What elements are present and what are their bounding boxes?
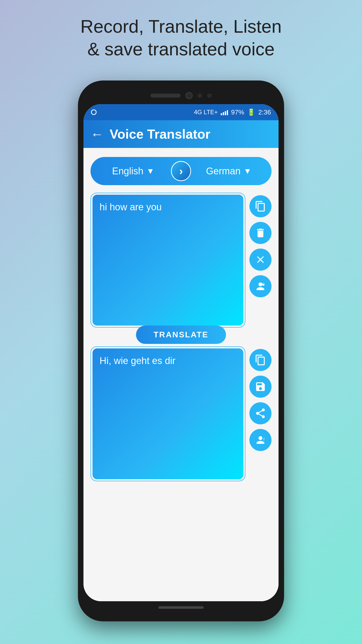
- trash-icon: [255, 227, 266, 239]
- output-text-area: Hi, wie geht es dir: [93, 348, 243, 479]
- copy-icon: [255, 200, 266, 212]
- status-bar: 4G LTE+ 97% 🔋 2:36: [83, 104, 279, 120]
- target-language-dropdown[interactable]: German ▼: [191, 166, 266, 177]
- input-text: hi how are you: [100, 202, 162, 213]
- signal-bars: [221, 109, 228, 115]
- output-save-button[interactable]: [249, 376, 272, 398]
- phone-screen: 4G LTE+ 97% 🔋 2:36 ← Voice Translator: [83, 104, 279, 601]
- source-language-label: English: [112, 166, 144, 177]
- battery-label: 97%: [231, 108, 244, 116]
- input-clear-button[interactable]: [249, 249, 272, 271]
- speaker-person-icon: [255, 434, 266, 446]
- back-button[interactable]: ←: [90, 128, 104, 141]
- output-text: Hi, wie geht es dir: [100, 355, 175, 366]
- output-panel-wrapper: Hi, wie geht es dir: [90, 346, 272, 481]
- translate-row: TRANSLATE: [90, 326, 272, 344]
- input-panel-box: hi how are you: [90, 193, 245, 328]
- output-share-button[interactable]: [249, 402, 272, 424]
- input-panel-wrapper: hi how are you: [90, 193, 272, 328]
- phone-device: 4G LTE+ 97% 🔋 2:36 ← Voice Translator: [78, 80, 284, 621]
- save-icon: [255, 381, 266, 392]
- swap-icon: ›: [179, 165, 183, 177]
- time-label: 2:36: [258, 108, 271, 116]
- input-copy-button[interactable]: [249, 195, 272, 217]
- output-speak-button[interactable]: [249, 429, 272, 451]
- phone-bottom: [83, 601, 279, 614]
- output-copy-button[interactable]: [249, 349, 272, 371]
- copy-icon-output: [255, 354, 266, 366]
- status-circle: [91, 109, 97, 115]
- translate-button[interactable]: TRANSLATE: [136, 326, 226, 344]
- status-right: 4G LTE+ 97% 🔋 2:36: [194, 108, 271, 116]
- target-language-label: German: [206, 166, 241, 177]
- output-panel-box: Hi, wie geht es dir: [90, 346, 245, 481]
- swap-button[interactable]: ›: [171, 161, 191, 181]
- phone-top-bar: [83, 88, 279, 103]
- input-speak-button[interactable]: [249, 275, 272, 297]
- screen-content: English ▼ › German ▼ hi how are you: [83, 148, 279, 601]
- input-text-area[interactable]: hi how are you: [93, 195, 243, 326]
- page-headline: Record, Translate, Listen & save transla…: [65, 15, 297, 60]
- battery-icon: 🔋: [247, 108, 255, 116]
- source-language-dropdown[interactable]: English ▼: [96, 166, 171, 177]
- output-side-buttons: [249, 346, 272, 481]
- app-bar: ← Voice Translator: [83, 120, 279, 148]
- input-delete-button[interactable]: [249, 222, 272, 244]
- share-icon: [255, 408, 266, 419]
- target-dropdown-arrow: ▼: [244, 167, 252, 176]
- speaker-slot: [150, 94, 180, 98]
- mic-person-icon: [255, 280, 266, 292]
- home-indicator: [158, 606, 204, 609]
- network-label: 4G LTE+: [194, 109, 218, 116]
- sensor-dot2: [207, 93, 212, 98]
- source-dropdown-arrow: ▼: [146, 167, 154, 176]
- app-title: Voice Translator: [110, 127, 210, 142]
- input-side-buttons: [249, 193, 272, 328]
- sensor-dot: [198, 93, 202, 98]
- language-selector-row: English ▼ › German ▼: [90, 157, 272, 185]
- close-icon: [255, 254, 266, 265]
- camera-dot: [186, 92, 193, 99]
